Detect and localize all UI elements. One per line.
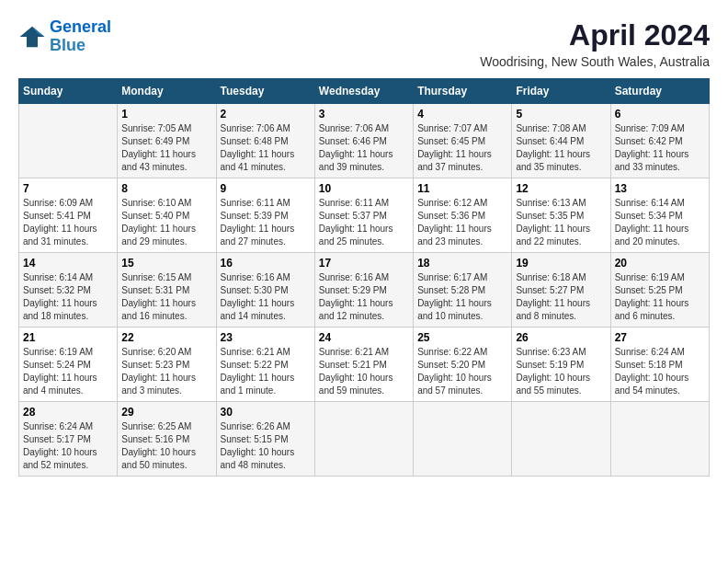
day-info: Sunrise: 6:22 AM Sunset: 5:20 PM Dayligh… — [417, 346, 507, 397]
day-number: 19 — [516, 257, 606, 270]
day-number: 24 — [319, 331, 409, 344]
day-info: Sunrise: 6:24 AM Sunset: 5:17 PM Dayligh… — [23, 420, 113, 472]
day-info: Sunrise: 6:19 AM Sunset: 5:25 PM Dayligh… — [615, 271, 705, 323]
calendar-cell: 27Sunrise: 6:24 AM Sunset: 5:18 PM Dayli… — [610, 327, 709, 402]
day-number: 28 — [23, 406, 113, 419]
day-info: Sunrise: 7:08 AM Sunset: 6:44 PM Dayligh… — [516, 122, 606, 174]
calendar-cell: 10Sunrise: 6:11 AM Sunset: 5:37 PM Dayli… — [314, 178, 413, 253]
day-number: 1 — [121, 108, 211, 121]
header-saturday: Saturday — [610, 79, 709, 104]
calendar-header-row: Sunday Monday Tuesday Wednesday Thursday… — [19, 79, 710, 104]
calendar-cell — [19, 104, 118, 178]
calendar-week-row: 14Sunrise: 6:14 AM Sunset: 5:32 PM Dayli… — [19, 253, 710, 327]
day-info: Sunrise: 6:14 AM Sunset: 5:32 PM Dayligh… — [23, 271, 113, 323]
calendar-cell: 4Sunrise: 7:07 AM Sunset: 6:45 PM Daylig… — [414, 104, 512, 178]
page-header: GeneralBlue April 2024 Woodrising, New S… — [18, 18, 710, 69]
calendar-cell: 6Sunrise: 7:09 AM Sunset: 6:42 PM Daylig… — [610, 104, 709, 178]
calendar-cell: 19Sunrise: 6:18 AM Sunset: 5:27 PM Dayli… — [512, 253, 610, 327]
day-number: 9 — [221, 182, 311, 195]
header-wednesday: Wednesday — [314, 79, 413, 104]
day-number: 18 — [417, 257, 507, 270]
calendar-cell: 12Sunrise: 6:13 AM Sunset: 5:35 PM Dayli… — [512, 178, 610, 253]
day-info: Sunrise: 6:26 AM Sunset: 5:15 PM Dayligh… — [221, 420, 311, 472]
day-info: Sunrise: 6:20 AM Sunset: 5:23 PM Dayligh… — [121, 346, 211, 397]
day-number: 5 — [516, 108, 606, 121]
title-section: April 2024 Woodrising, New South Wales, … — [480, 18, 710, 69]
day-info: Sunrise: 7:06 AM Sunset: 6:48 PM Dayligh… — [221, 122, 311, 174]
calendar-cell: 11Sunrise: 6:12 AM Sunset: 5:36 PM Dayli… — [414, 178, 512, 253]
day-number: 17 — [319, 257, 409, 270]
calendar-cell — [414, 402, 512, 477]
day-info: Sunrise: 6:19 AM Sunset: 5:24 PM Dayligh… — [23, 346, 113, 397]
day-number: 6 — [615, 108, 705, 121]
calendar-cell: 9Sunrise: 6:11 AM Sunset: 5:39 PM Daylig… — [216, 178, 314, 253]
calendar-week-row: 21Sunrise: 6:19 AM Sunset: 5:24 PM Dayli… — [19, 327, 710, 402]
calendar-cell: 21Sunrise: 6:19 AM Sunset: 5:24 PM Dayli… — [19, 327, 118, 402]
header-sunday: Sunday — [19, 79, 118, 104]
calendar-cell: 2Sunrise: 7:06 AM Sunset: 6:48 PM Daylig… — [216, 104, 314, 178]
calendar-week-row: 1Sunrise: 7:05 AM Sunset: 6:49 PM Daylig… — [19, 104, 710, 178]
month-title: April 2024 — [480, 18, 710, 52]
calendar-cell — [314, 402, 413, 477]
day-number: 8 — [121, 182, 211, 195]
calendar-cell: 23Sunrise: 6:21 AM Sunset: 5:22 PM Dayli… — [216, 327, 314, 402]
day-info: Sunrise: 6:25 AM Sunset: 5:16 PM Dayligh… — [121, 420, 211, 472]
calendar-cell: 20Sunrise: 6:19 AM Sunset: 5:25 PM Dayli… — [610, 253, 709, 327]
day-info: Sunrise: 6:15 AM Sunset: 5:31 PM Dayligh… — [121, 271, 211, 323]
day-info: Sunrise: 6:11 AM Sunset: 5:37 PM Dayligh… — [319, 197, 409, 248]
calendar-cell: 1Sunrise: 7:05 AM Sunset: 6:49 PM Daylig… — [118, 104, 216, 178]
header-friday: Friday — [512, 79, 610, 104]
location: Woodrising, New South Wales, Australia — [480, 54, 710, 69]
day-info: Sunrise: 6:16 AM Sunset: 5:29 PM Dayligh… — [319, 271, 409, 323]
calendar-cell: 22Sunrise: 6:20 AM Sunset: 5:23 PM Dayli… — [118, 327, 216, 402]
day-info: Sunrise: 6:11 AM Sunset: 5:39 PM Dayligh… — [221, 197, 311, 248]
day-number: 16 — [221, 257, 311, 270]
day-info: Sunrise: 7:05 AM Sunset: 6:49 PM Dayligh… — [121, 122, 211, 174]
day-number: 21 — [23, 331, 113, 344]
day-number: 14 — [23, 257, 113, 270]
day-info: Sunrise: 6:12 AM Sunset: 5:36 PM Dayligh… — [417, 197, 507, 248]
calendar-cell: 18Sunrise: 6:17 AM Sunset: 5:28 PM Dayli… — [414, 253, 512, 327]
day-number: 2 — [221, 108, 311, 121]
day-number: 10 — [319, 182, 409, 195]
header-tuesday: Tuesday — [216, 79, 314, 104]
day-info: Sunrise: 6:10 AM Sunset: 5:40 PM Dayligh… — [121, 197, 211, 248]
calendar-cell: 16Sunrise: 6:16 AM Sunset: 5:30 PM Dayli… — [216, 253, 314, 327]
day-number: 4 — [417, 108, 507, 121]
calendar-cell: 24Sunrise: 6:21 AM Sunset: 5:21 PM Dayli… — [314, 327, 413, 402]
logo-icon — [18, 23, 46, 51]
calendar-week-row: 28Sunrise: 6:24 AM Sunset: 5:17 PM Dayli… — [19, 402, 710, 477]
calendar-cell: 7Sunrise: 6:09 AM Sunset: 5:41 PM Daylig… — [19, 178, 118, 253]
day-info: Sunrise: 6:17 AM Sunset: 5:28 PM Dayligh… — [417, 271, 507, 323]
day-number: 20 — [615, 257, 705, 270]
calendar-cell: 17Sunrise: 6:16 AM Sunset: 5:29 PM Dayli… — [314, 253, 413, 327]
day-info: Sunrise: 6:24 AM Sunset: 5:18 PM Dayligh… — [615, 346, 705, 397]
day-number: 3 — [319, 108, 409, 121]
day-info: Sunrise: 7:06 AM Sunset: 6:46 PM Dayligh… — [319, 122, 409, 174]
day-number: 7 — [23, 182, 113, 195]
calendar-cell: 28Sunrise: 6:24 AM Sunset: 5:17 PM Dayli… — [19, 402, 118, 477]
day-info: Sunrise: 6:18 AM Sunset: 5:27 PM Dayligh… — [516, 271, 606, 323]
day-info: Sunrise: 6:23 AM Sunset: 5:19 PM Dayligh… — [516, 346, 606, 397]
calendar-cell: 29Sunrise: 6:25 AM Sunset: 5:16 PM Dayli… — [118, 402, 216, 477]
calendar-cell: 14Sunrise: 6:14 AM Sunset: 5:32 PM Dayli… — [19, 253, 118, 327]
header-monday: Monday — [118, 79, 216, 104]
day-info: Sunrise: 6:21 AM Sunset: 5:22 PM Dayligh… — [221, 346, 311, 397]
day-number: 25 — [417, 331, 507, 344]
calendar-week-row: 7Sunrise: 6:09 AM Sunset: 5:41 PM Daylig… — [19, 178, 710, 253]
calendar-cell: 15Sunrise: 6:15 AM Sunset: 5:31 PM Dayli… — [118, 253, 216, 327]
day-number: 23 — [221, 331, 311, 344]
calendar-cell: 13Sunrise: 6:14 AM Sunset: 5:34 PM Dayli… — [610, 178, 709, 253]
calendar-cell: 26Sunrise: 6:23 AM Sunset: 5:19 PM Dayli… — [512, 327, 610, 402]
calendar-cell: 8Sunrise: 6:10 AM Sunset: 5:40 PM Daylig… — [118, 178, 216, 253]
day-info: Sunrise: 6:13 AM Sunset: 5:35 PM Dayligh… — [516, 197, 606, 248]
day-number: 30 — [221, 406, 311, 419]
calendar-cell: 5Sunrise: 7:08 AM Sunset: 6:44 PM Daylig… — [512, 104, 610, 178]
calendar-cell: 30Sunrise: 6:26 AM Sunset: 5:15 PM Dayli… — [216, 402, 314, 477]
day-info: Sunrise: 7:07 AM Sunset: 6:45 PM Dayligh… — [417, 122, 507, 174]
day-info: Sunrise: 7:09 AM Sunset: 6:42 PM Dayligh… — [615, 122, 705, 174]
day-info: Sunrise: 6:21 AM Sunset: 5:21 PM Dayligh… — [319, 346, 409, 397]
day-number: 12 — [516, 182, 606, 195]
day-info: Sunrise: 6:14 AM Sunset: 5:34 PM Dayligh… — [615, 197, 705, 248]
calendar-table: Sunday Monday Tuesday Wednesday Thursday… — [18, 78, 710, 477]
